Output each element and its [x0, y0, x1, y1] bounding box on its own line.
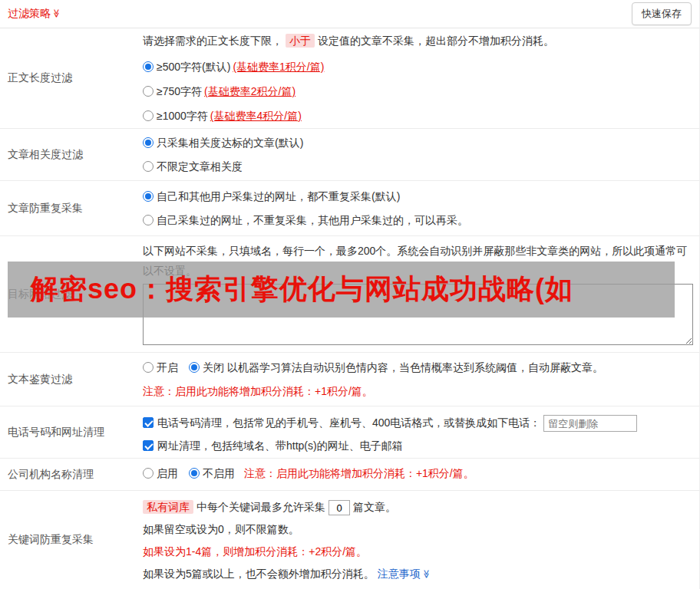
radio-no-relevance-limit[interactable] [143, 161, 154, 172]
row-label: 正文长度过滤 [0, 28, 143, 128]
option-min-500[interactable]: ≥500字符(默认)(基础费率1积分/篇) [143, 54, 693, 79]
row-anti-duplicate: 文章防重复采集 自己和其他用户采集过的网址，都不重复采集(默认) 自己采集过的网… [0, 181, 699, 236]
replacement-phone-input[interactable] [543, 415, 637, 432]
fee-note: (基础费率4积分/篇) [210, 110, 302, 122]
row-body-length-filter: 正文长度过滤 请选择需求的正文长度下限，小于设定值的文章不采集，超出部分不增加积… [0, 28, 699, 129]
radio-min-500[interactable] [143, 61, 154, 72]
page-title[interactable]: 过滤策略≫ [8, 7, 61, 21]
option-porn-on[interactable]: 开启 [143, 361, 178, 373]
chevron-down-icon: ≫ [416, 570, 437, 579]
checkbox-phone-cleanup[interactable] [143, 417, 154, 428]
option-dedupe-self-only[interactable]: 自己采集过的网址，不重复采集，其他用户采集过的，可以再采。 [143, 209, 693, 232]
row-label: 文本鉴黄过滤 [0, 353, 143, 406]
radio-min-750[interactable] [143, 86, 154, 97]
row-label: 公司机构名称清理 [0, 459, 143, 490]
option-no-relevance-limit[interactable]: 不限定文章相关度 [143, 155, 693, 179]
row-label: 关键词防重复采集 [0, 491, 143, 589]
porn-filter-note: 注意：启用此功能将增加积分消耗：+1积分/篇。 [143, 382, 693, 400]
option-min-750[interactable]: ≥750字符(基础费率2积分/篇) [143, 79, 693, 104]
row-company-name-cleanup: 公司机构名称清理 启用不启用 注意：启用此功能将增加积分消耗：+1积分/篇。 [0, 459, 699, 491]
less-than-badge: 小于 [286, 34, 315, 48]
fee-note: (基础费率2积分/篇) [204, 85, 296, 97]
filter-strategy-page: 过滤策略≫ 快速保存 正文长度过滤 请选择需求的正文长度下限，小于设定值的文章不… [0, 0, 700, 589]
porn-filter-desc: 以机器学习算法自动识别色情内容，当色情概率达到系统阈值，自动屏蔽文章。 [227, 361, 603, 373]
fee-note: (基础费率1积分/篇) [233, 61, 324, 73]
watermark-overlay: 解密seo：搜索引擎优化与网站成功战略(如 [8, 262, 675, 318]
radio-company-on[interactable] [143, 468, 154, 479]
quick-save-button[interactable]: 快速保存 [632, 2, 692, 25]
radio-relevant-only[interactable] [143, 137, 154, 148]
option-dedupe-all-users[interactable]: 自己和其他用户采集过的网址，都不重复采集(默认) [143, 185, 693, 209]
option-relevant-only[interactable]: 只采集相关度达标的文章(默认) [143, 131, 693, 155]
row-label: 电话号码和网址清理 [0, 406, 143, 458]
page-title-text: 过滤策略 [8, 7, 51, 19]
keyword-fee-line: 如果设为1-4篇，则增加积分消耗：+2积分/篇。 [143, 541, 693, 562]
notes-link[interactable]: 注意事项≫ [378, 568, 431, 580]
radio-porn-on[interactable] [143, 362, 154, 373]
max-articles-input[interactable] [329, 500, 350, 515]
radio-porn-off[interactable] [189, 362, 200, 373]
chevron-down-icon: ≫ [51, 9, 61, 18]
url-cleanup-option[interactable]: 网址清理，包括纯域名、带http(s)的网址、电子邮箱 [143, 434, 693, 457]
radio-company-off[interactable] [189, 468, 200, 479]
row-label: 文章防重复采集 [0, 181, 143, 235]
option-company-on[interactable]: 启用 [143, 467, 178, 479]
row-label: 文章相关度过滤 [0, 129, 143, 180]
row-keyword-anti-duplicate: 关键词防重复采集 私有词库中每个关键词最多允许采集篇文章。 如果留空或设为0，则… [0, 491, 699, 589]
radio-dedupe-all-users[interactable] [143, 191, 154, 202]
row-relevance-filter: 文章相关度过滤 只采集相关度达标的文章(默认) 不限定文章相关度 [0, 129, 699, 181]
radio-min-1000[interactable] [143, 110, 154, 121]
option-porn-off[interactable]: 关闭 [189, 361, 224, 373]
option-min-1000[interactable]: ≥1000字符(基础费率4积分/篇) [143, 104, 693, 128]
watermark-text: 解密seo：搜索引擎优化与网站成功战略(如 [31, 271, 573, 308]
radio-dedupe-self-only[interactable] [143, 215, 154, 225]
page-header: 过滤策略≫ 快速保存 [0, 0, 699, 28]
row-phone-url-cleanup: 电话号码和网址清理 电话号码清理，包括常见的手机号、座机号、400电话格式，或替… [0, 406, 699, 459]
checkbox-url-cleanup[interactable] [143, 440, 154, 451]
option-company-off[interactable]: 不启用 [189, 467, 235, 479]
phone-cleanup-option[interactable]: 电话号码清理，包括常见的手机号、座机号、400电话格式，或替换成如下电话： [143, 411, 693, 434]
private-lexicon-badge: 私有词库 [143, 500, 193, 514]
row-porn-filter: 文本鉴黄过滤 开启关闭 以机器学习算法自动识别色情内容，当色情概率达到系统阈值，… [0, 353, 699, 406]
body-length-intro: 请选择需求的正文长度下限，小于设定值的文章不采集，超出部分不增加积分消耗。 [143, 33, 693, 48]
company-cleanup-note: 注意：启用此功能将增加积分消耗：+1积分/篇。 [244, 467, 474, 479]
keyword-rule-line: 如果留空或设为0，则不限篇数。 [143, 519, 693, 540]
